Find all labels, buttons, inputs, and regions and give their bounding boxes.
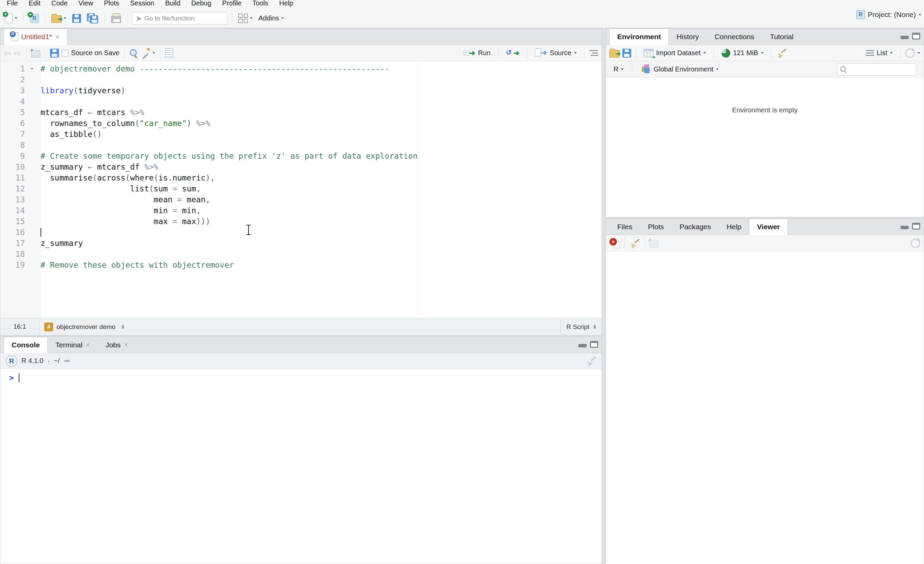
open-file-button[interactable]: ➜: [50, 13, 68, 24]
code-line-18[interactable]: 18: [0, 249, 602, 260]
console-output[interactable]: >: [0, 369, 602, 383]
menu-tools[interactable]: Tools: [247, 0, 274, 8]
file-type-selector[interactable]: R Script: [560, 319, 602, 335]
goto-file-input[interactable]: [144, 15, 224, 22]
find-replace-icon[interactable]: [129, 49, 138, 57]
goto-file-box[interactable]: ➤: [132, 12, 227, 24]
tab-tutorial[interactable]: Tutorial: [762, 29, 801, 45]
code-line-13[interactable]: 13 mean = mean,: [0, 194, 602, 205]
menu-plots[interactable]: Plots: [99, 0, 124, 8]
rerun-button[interactable]: ↺➜: [503, 48, 522, 59]
code-line-12[interactable]: 12 list(sum = sum,: [0, 183, 602, 194]
code-line-8[interactable]: 8: [0, 140, 602, 150]
new-file-button[interactable]: +: [3, 12, 19, 24]
section-navigator[interactable]: # objectremover demo: [39, 323, 560, 331]
code-line-4[interactable]: 4: [0, 96, 602, 107]
menu-edit[interactable]: Edit: [23, 0, 46, 8]
menu-profile[interactable]: Profile: [217, 0, 247, 8]
menu-build[interactable]: Build: [160, 0, 186, 8]
code-editor[interactable]: 1# objectremover demo ------------------…: [0, 61, 602, 319]
source-button[interactable]: ➜ Source: [532, 47, 579, 59]
new-project-button[interactable]: R+: [28, 13, 40, 24]
forward-icon[interactable]: ⇨: [14, 50, 21, 57]
load-workspace-icon[interactable]: ➜: [609, 50, 620, 57]
tab-plots[interactable]: Plots: [640, 219, 672, 235]
fold-arrow-icon[interactable]: [29, 63, 40, 74]
code-line-19[interactable]: 19# Remove these objects with objectremo…: [0, 260, 602, 271]
menu-debug[interactable]: Debug: [186, 0, 217, 8]
code-line-16[interactable]: 16: [0, 227, 602, 238]
code-line-1[interactable]: 1# objectremover demo ------------------…: [0, 63, 602, 74]
working-directory[interactable]: ~/: [54, 357, 60, 365]
environment-search-input[interactable]: [849, 66, 913, 73]
code-line-6[interactable]: 6 rownames_to_column("car_name") %>%: [0, 118, 602, 129]
tab-packages[interactable]: Packages: [672, 219, 719, 235]
source-on-save-checkbox[interactable]: [62, 50, 68, 57]
refresh-icon[interactable]: [905, 48, 915, 58]
code-line-5[interactable]: 5mtcars_df ← mtcars %>%: [0, 107, 602, 118]
save-icon[interactable]: [50, 49, 59, 57]
save-all-button[interactable]: [85, 12, 100, 25]
maximize-icon[interactable]: [912, 223, 920, 230]
code-line-17[interactable]: 17z_summary: [0, 238, 602, 249]
maximize-icon[interactable]: [590, 341, 598, 348]
tab-files[interactable]: Files: [609, 219, 640, 235]
document-outline-icon[interactable]: [590, 50, 598, 56]
tab-environment[interactable]: Environment: [609, 29, 669, 45]
back-icon[interactable]: ⇦: [4, 50, 11, 57]
tab-terminal[interactable]: Terminal×: [48, 337, 98, 353]
compile-report-icon[interactable]: [165, 48, 173, 58]
code-line-9[interactable]: 9# Create some temporary objects using t…: [0, 150, 602, 161]
menu-file[interactable]: File: [2, 0, 23, 8]
tab-connections[interactable]: Connections: [707, 29, 762, 45]
project-button[interactable]: R Project: (None): [856, 10, 921, 19]
menu-code[interactable]: Code: [46, 0, 73, 8]
code-line-7[interactable]: 7 as_tibble(): [0, 129, 602, 140]
memory-usage-button[interactable]: 121 MiB: [719, 47, 766, 59]
close-icon[interactable]: ×: [86, 341, 90, 349]
maximize-icon[interactable]: [912, 33, 920, 39]
refresh-viewer-icon[interactable]: [911, 238, 920, 248]
fold-column: [29, 205, 40, 216]
tab-history[interactable]: History: [669, 29, 706, 45]
addins-button[interactable]: Addins: [257, 13, 286, 24]
run-button[interactable]: ➜ Run: [461, 48, 494, 59]
environment-selector[interactable]: Global Environment: [638, 63, 722, 76]
tab-console[interactable]: Console: [4, 337, 48, 353]
tab-jobs[interactable]: Jobs×: [98, 337, 136, 353]
code-line-2[interactable]: 2: [0, 74, 602, 85]
clear-all-viewer-icon[interactable]: [630, 238, 640, 248]
menu-view[interactable]: View: [73, 0, 99, 8]
code-tools-icon[interactable]: [141, 49, 150, 57]
clear-objects-icon[interactable]: [776, 48, 786, 58]
close-icon[interactable]: ×: [56, 33, 60, 41]
open-in-new-window-icon[interactable]: [32, 50, 40, 57]
clear-viewer-icon[interactable]: ×: [609, 238, 620, 248]
close-icon[interactable]: ×: [124, 341, 128, 349]
clear-console-icon[interactable]: [586, 356, 596, 366]
language-selector[interactable]: R: [611, 64, 627, 75]
cursor-position[interactable]: 16:1: [0, 319, 39, 335]
save-button[interactable]: [70, 13, 83, 24]
minimize-icon[interactable]: [578, 344, 586, 347]
import-dataset-button[interactable]: Import Dataset: [641, 48, 709, 59]
code-line-10[interactable]: 10z_summary ← mtcars_df %>%: [0, 161, 602, 172]
menu-help[interactable]: Help: [274, 0, 298, 8]
save-workspace-icon[interactable]: [622, 49, 631, 57]
code-line-11[interactable]: 11 summarise(across(where(is.numeric),: [0, 172, 602, 183]
minimize-icon[interactable]: [900, 36, 909, 39]
pane-layout-button[interactable]: [237, 12, 254, 24]
code-line-3[interactable]: 3library(tidyverse): [0, 85, 602, 96]
editor-tab-untitled1[interactable]: Untitled1* ×: [4, 29, 68, 45]
menu-session[interactable]: Session: [124, 0, 160, 8]
goto-directory-icon[interactable]: ➥: [64, 356, 70, 365]
minimize-icon[interactable]: [900, 226, 909, 229]
open-in-new-window-icon[interactable]: [650, 240, 658, 248]
tab-help[interactable]: Help: [719, 219, 749, 235]
list-view-button[interactable]: List: [863, 48, 896, 58]
code-line-15[interactable]: 15 max = max))): [0, 216, 602, 227]
tab-viewer[interactable]: Viewer: [749, 219, 788, 235]
environment-search-box[interactable]: [837, 63, 916, 75]
code-line-14[interactable]: 14 min = min,: [0, 205, 602, 216]
print-button[interactable]: [109, 12, 123, 24]
